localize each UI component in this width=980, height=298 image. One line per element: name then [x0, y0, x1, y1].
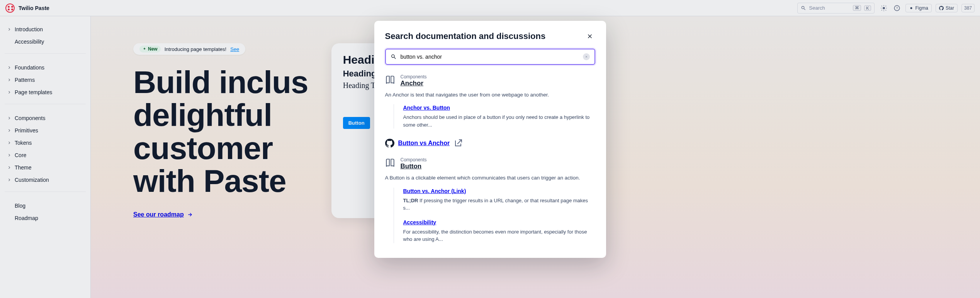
- modal-title: Search documentation and discussions: [385, 31, 546, 41]
- github-link-label[interactable]: Button vs Anchor: [398, 140, 450, 147]
- sub-result-link[interactable]: Anchor vs. Button: [403, 105, 450, 111]
- sub-result: Accessibility For accessibility, the dis…: [403, 219, 595, 243]
- modal-search-input[interactable]: [401, 54, 579, 60]
- result-title-link[interactable]: Button: [401, 163, 422, 170]
- github-discussion-link[interactable]: Button vs Anchor: [385, 139, 595, 148]
- result-description: An Anchor is text that navigates the use…: [385, 91, 595, 99]
- sub-result-description: Anchors should be used in place of a but…: [403, 113, 595, 129]
- github-icon: [385, 139, 394, 148]
- sub-result: Button vs. Anchor (Link) TL;DR If pressi…: [403, 188, 595, 212]
- clear-search-button[interactable]: [583, 53, 590, 60]
- sub-result-description: For accessibility, the distinction becom…: [403, 228, 595, 243]
- book-icon: [385, 75, 395, 85]
- result-description: A Button is a clickable element which co…: [385, 174, 595, 182]
- close-icon: [585, 55, 588, 58]
- result-breadcrumb: Components: [401, 157, 427, 163]
- result-title-link[interactable]: Anchor: [401, 80, 424, 87]
- sub-result: Anchor vs. Button Anchors should be used…: [403, 104, 595, 129]
- sub-result-link[interactable]: Accessibility: [403, 219, 436, 225]
- close-icon: [586, 33, 593, 40]
- result-breadcrumb: Components: [401, 74, 427, 80]
- sub-result-text: If pressing the trigger results in a URL…: [403, 198, 588, 211]
- search-result: Components Button A Button is a clickabl…: [385, 157, 595, 243]
- sub-result-description: TL;DR If pressing the trigger results in…: [403, 197, 595, 212]
- search-modal: Search documentation and discussions Com…: [374, 21, 606, 258]
- modal-search-field[interactable]: [385, 49, 595, 65]
- search-result: Components Anchor An Anchor is text that…: [385, 74, 595, 129]
- sub-result-link[interactable]: Button vs. Anchor (Link): [403, 188, 466, 194]
- sub-result-lead: TL;DR: [403, 198, 418, 203]
- modal-overlay[interactable]: Search documentation and discussions Com…: [0, 0, 980, 298]
- search-icon: [391, 54, 397, 60]
- book-icon: [385, 158, 395, 168]
- modal-close-button[interactable]: [584, 31, 595, 42]
- external-link-icon: [453, 139, 463, 148]
